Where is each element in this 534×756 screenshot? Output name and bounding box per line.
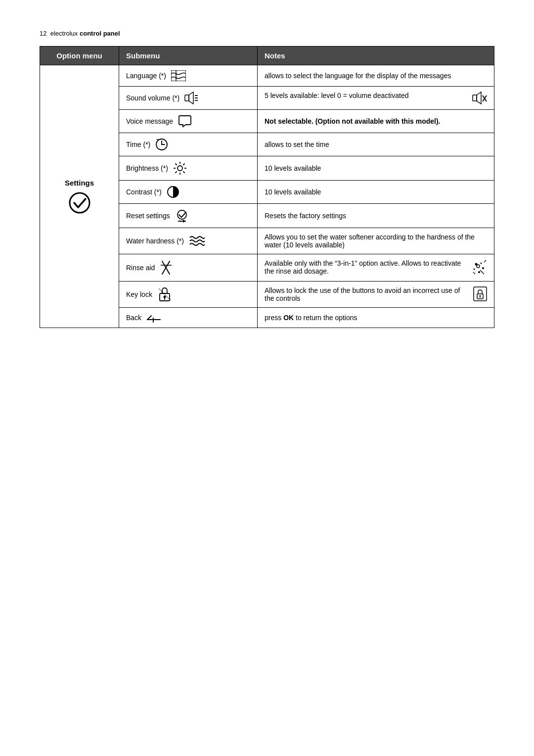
- water-hardness-label: Water hardness (*): [126, 237, 184, 245]
- page-number: 12: [40, 30, 46, 37]
- page-header: 12 electrolux control panel: [40, 30, 494, 37]
- svg-marker-9: [477, 92, 481, 104]
- reset-settings-label: Reset settings: [126, 212, 170, 220]
- notes-reset-settings: Resets the factory settings: [258, 204, 494, 228]
- notes-language: allows to select the language for the di…: [258, 65, 494, 87]
- sound-off-icon: [472, 92, 487, 104]
- svg-point-45: [480, 295, 481, 297]
- voice-message-icon: [178, 115, 192, 128]
- submenu-time: Time (*): [119, 133, 258, 156]
- submenu-sound-volume: Sound volume (*): [119, 87, 258, 110]
- svg-point-0: [70, 193, 89, 213]
- header-option-menu: Option menu: [40, 47, 119, 65]
- settings-label: Settings: [47, 179, 112, 187]
- settings-option-cell: Settings: [40, 65, 119, 328]
- keylock-display-icon: [473, 286, 487, 301]
- notes-key-lock: Allows to lock the use of the buttons to…: [258, 282, 494, 308]
- svg-rect-3: [185, 95, 189, 101]
- submenu-back: Back: [119, 308, 258, 328]
- svg-point-34: [478, 271, 480, 273]
- language-label: Language (*): [126, 72, 166, 80]
- voice-message-label: Voice message: [126, 117, 173, 125]
- brightness-label: Brightness (*): [126, 164, 168, 172]
- submenu-rinse-aid: Rinse aid: [119, 254, 258, 282]
- submenu-voice-message: Voice message: [119, 110, 258, 133]
- notes-rinse-aid: Available only with the “3-in-1” option …: [258, 254, 494, 282]
- svg-line-36: [480, 270, 484, 274]
- header-submenu: Submenu: [119, 47, 258, 65]
- svg-rect-1: [171, 70, 186, 81]
- svg-point-31: [481, 263, 482, 264]
- svg-rect-8: [473, 95, 477, 101]
- settings-table: Option menu Submenu Notes Settings: [40, 46, 494, 328]
- time-icon: [155, 138, 168, 151]
- notes-time: allows to set the time: [258, 133, 494, 156]
- svg-point-32: [482, 267, 484, 269]
- table-row: Settings Language (*): [40, 65, 494, 87]
- svg-line-20: [175, 164, 177, 165]
- sound-volume-label: Sound volume (*): [126, 94, 179, 102]
- svg-line-38: [484, 260, 486, 262]
- section-name: control panel: [80, 30, 120, 37]
- notes-brightness: 10 levels available: [258, 156, 494, 181]
- svg-point-35: [477, 265, 480, 268]
- notes-sound-volume: 5 levels available: level 0 = volume dea…: [258, 87, 494, 110]
- brand-name: electrolux: [50, 30, 78, 37]
- notes-back: press OK to return the options: [258, 308, 494, 328]
- svg-point-40: [163, 296, 166, 298]
- notes-voice-message: Not selectable. (Option not available wi…: [258, 110, 494, 133]
- rinse-aid-icon: [160, 260, 173, 275]
- back-label: Back: [126, 314, 141, 322]
- contrast-label: Contrast (*): [126, 188, 162, 196]
- submenu-reset-settings: Reset settings: [119, 204, 258, 228]
- key-lock-icon: [157, 287, 172, 302]
- submenu-water-hardness: Water hardness (*): [119, 228, 258, 254]
- svg-line-22: [183, 164, 184, 165]
- water-hardness-icon: [189, 235, 205, 247]
- svg-point-15: [178, 166, 182, 171]
- sound-volume-icon: [184, 92, 198, 104]
- language-icon: [171, 70, 186, 81]
- submenu-key-lock: Key lock: [119, 282, 258, 308]
- sparkle-icon: [470, 259, 487, 276]
- submenu-contrast: Contrast (*): [119, 181, 258, 204]
- key-lock-label: Key lock: [126, 290, 152, 298]
- settings-icon: [47, 191, 112, 215]
- reset-settings-icon: [175, 209, 189, 223]
- contrast-icon: [167, 186, 179, 198]
- rinse-aid-label: Rinse aid: [126, 264, 155, 272]
- notes-water-hardness: Allows you to set the water softener acc…: [258, 228, 494, 254]
- brightness-icon: [173, 161, 187, 175]
- svg-marker-4: [189, 92, 193, 104]
- submenu-language: Language (*): [119, 65, 258, 87]
- svg-line-23: [175, 172, 177, 173]
- time-label: Time (*): [126, 141, 150, 148]
- svg-line-21: [183, 172, 184, 173]
- svg-point-33: [474, 269, 475, 270]
- back-icon: [146, 313, 161, 323]
- notes-contrast: 10 levels available: [258, 181, 494, 204]
- submenu-brightness: Brightness (*): [119, 156, 258, 181]
- header-notes: Notes: [258, 47, 494, 65]
- svg-line-37: [473, 272, 475, 274]
